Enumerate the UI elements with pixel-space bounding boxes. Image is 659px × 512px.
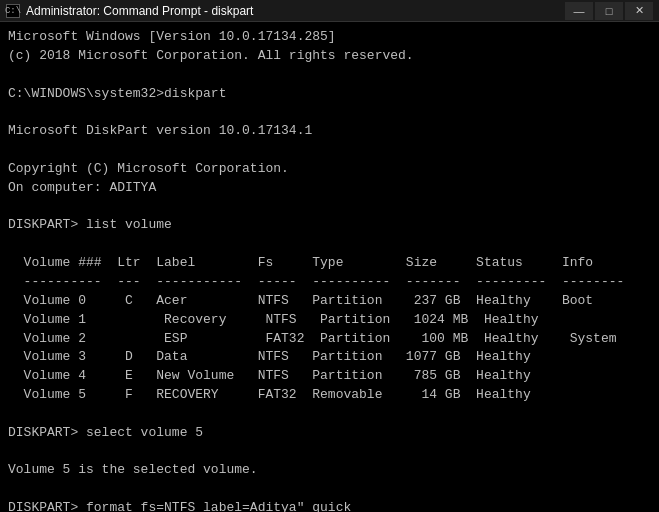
console-line: DISKPART> select volume 5 — [8, 424, 651, 443]
console-line: (c) 2018 Microsoft Corporation. All righ… — [8, 47, 651, 66]
console-line: Volume 0 C Acer NTFS Partition 237 GB He… — [8, 292, 651, 311]
console-line — [8, 405, 651, 424]
console-line — [8, 443, 651, 462]
minimize-button[interactable]: — — [565, 2, 593, 20]
console-line: Volume 5 is the selected volume. — [8, 461, 651, 480]
console-line: Microsoft Windows [Version 10.0.17134.28… — [8, 28, 651, 47]
title-bar-left: C:\ Administrator: Command Prompt - disk… — [6, 4, 253, 18]
console-line: Volume 3 D Data NTFS Partition 1077 GB H… — [8, 348, 651, 367]
close-button[interactable]: ✕ — [625, 2, 653, 20]
console-output: Microsoft Windows [Version 10.0.17134.28… — [0, 22, 659, 512]
window-controls: — □ ✕ — [565, 2, 653, 20]
console-line — [8, 66, 651, 85]
console-line: C:\WINDOWS\system32>diskpart — [8, 85, 651, 104]
console-line: DISKPART> list volume — [8, 216, 651, 235]
app-icon: C:\ — [6, 4, 20, 18]
console-line: ---------- --- ----------- ----- -------… — [8, 273, 651, 292]
console-line: Volume 1 Recovery NTFS Partition 1024 MB… — [8, 311, 651, 330]
console-line: Microsoft DiskPart version 10.0.17134.1 — [8, 122, 651, 141]
console-line — [8, 235, 651, 254]
console-line: Copyright (C) Microsoft Corporation. — [8, 160, 651, 179]
console-line: On computer: ADITYA — [8, 179, 651, 198]
console-line — [8, 103, 651, 122]
console-line: Volume 5 F RECOVERY FAT32 Removable 14 G… — [8, 386, 651, 405]
title-bar: C:\ Administrator: Command Prompt - disk… — [0, 0, 659, 22]
console-line: Volume 2 ESP FAT32 Partition 100 MB Heal… — [8, 330, 651, 349]
window-title: Administrator: Command Prompt - diskpart — [26, 4, 253, 18]
console-line: Volume ### Ltr Label Fs Type Size Status… — [8, 254, 651, 273]
console-line — [8, 198, 651, 217]
console-line: DISKPART> format fs=NTFS label=Aditya" q… — [8, 499, 651, 512]
console-line — [8, 480, 651, 499]
console-line — [8, 141, 651, 160]
console-line: Volume 4 E New Volume NTFS Partition 785… — [8, 367, 651, 386]
maximize-button[interactable]: □ — [595, 2, 623, 20]
